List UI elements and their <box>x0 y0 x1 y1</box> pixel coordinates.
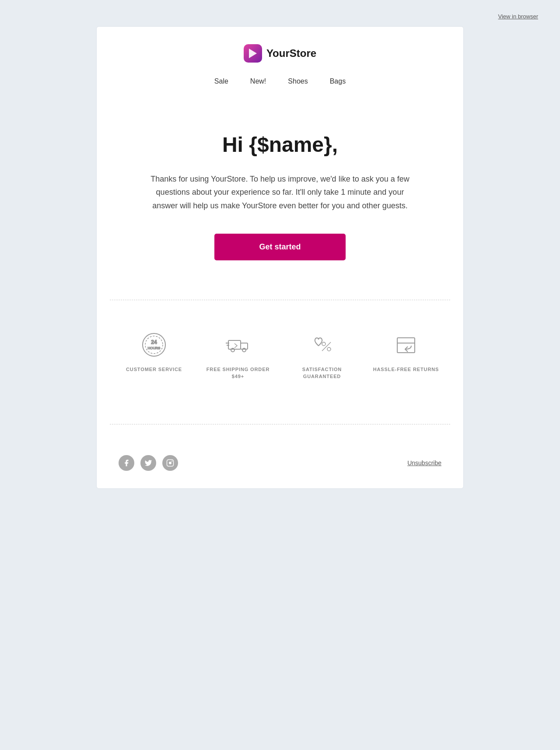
svg-text:24: 24 <box>151 339 157 345</box>
logo-wrapper: YourStore <box>244 44 316 63</box>
email-header: YourStore Sale New! Shoes Bags <box>97 27 463 107</box>
instagram-icon[interactable] <box>162 455 178 471</box>
unsubscribe-link[interactable]: Unsubscribe <box>407 459 441 466</box>
social-icons-group <box>119 455 178 471</box>
feature-customer-service: 24 HOURS CUSTOMER SERVICE <box>114 326 194 385</box>
svg-point-13 <box>327 347 331 351</box>
twitter-icon[interactable] <box>140 455 156 471</box>
divider-top <box>110 300 450 300</box>
feature-customer-service-label: CUSTOMER SERVICE <box>119 366 189 373</box>
shipping-icon <box>224 331 252 359</box>
24-hours-icon: 24 HOURS <box>140 331 168 359</box>
divider-bottom <box>110 424 450 424</box>
get-started-button[interactable]: Get started <box>214 234 346 260</box>
svg-point-18 <box>172 460 172 461</box>
feature-free-shipping-label: FREE SHIPPING ORDER $49+ <box>203 366 273 380</box>
view-in-browser-link[interactable]: View in browser <box>498 13 538 20</box>
hero-section: Hi {$name}, Thanks for using YourStore. … <box>97 107 463 282</box>
hero-title: Hi {$name}, <box>132 133 428 157</box>
email-footer: Unsubscribe <box>97 442 463 488</box>
feature-satisfaction-label: SATISFACTION GUARANTEED <box>287 366 357 380</box>
nav-item-shoes[interactable]: Shoes <box>288 77 308 85</box>
nav-item-bags[interactable]: Bags <box>330 77 346 85</box>
feature-free-shipping: FREE SHIPPING ORDER $49+ <box>198 326 278 385</box>
view-in-browser-bar: View in browser <box>9 9 551 26</box>
satisfaction-icon <box>308 331 336 359</box>
email-container: YourStore Sale New! Shoes Bags Hi {$name… <box>96 26 464 489</box>
svg-line-14 <box>322 342 331 351</box>
feature-returns: HASSLE-FREE RETURNS <box>366 326 446 385</box>
hero-body-text: Thanks for using YourStore. To help us i… <box>149 172 411 213</box>
svg-text:HOURS: HOURS <box>148 346 161 350</box>
svg-point-12 <box>322 342 326 346</box>
features-section: 24 HOURS CUSTOMER SERVICE <box>97 318 463 407</box>
logo-text: YourStore <box>266 47 316 60</box>
returns-icon <box>392 331 420 359</box>
nav-item-new[interactable]: New! <box>250 77 266 85</box>
feature-returns-label: HASSLE-FREE RETURNS <box>371 366 441 373</box>
feature-satisfaction: SATISFACTION GUARANTEED <box>282 326 362 385</box>
navigation: Sale New! Shoes Bags <box>123 73 437 98</box>
logo-icon <box>244 44 262 63</box>
nav-item-sale[interactable]: Sale <box>214 77 228 85</box>
facebook-icon[interactable] <box>119 455 134 471</box>
